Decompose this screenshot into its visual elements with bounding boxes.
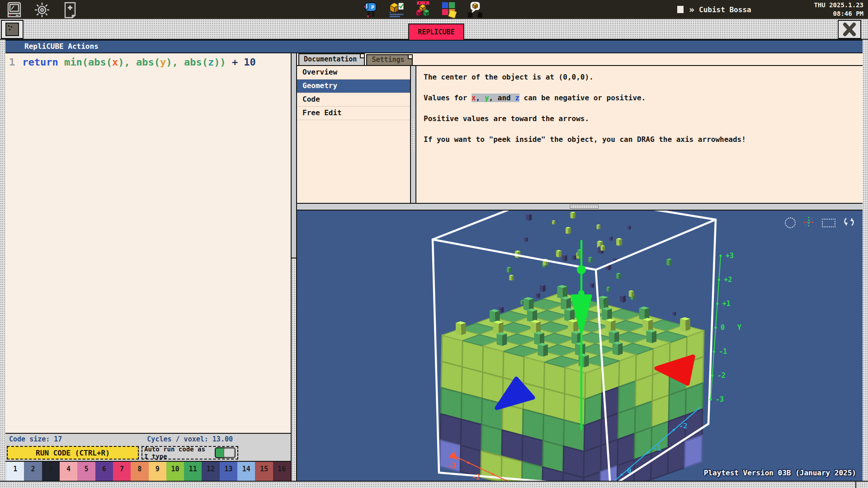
next-track-icon[interactable]: » [689, 4, 693, 15]
now-playing-label: Cubist Bossa [699, 5, 751, 14]
cubes-banner-icon[interactable] [414, 1, 431, 18]
window-tab[interactable]: REPLICUBE [408, 23, 464, 40]
viewport-3d[interactable]: +3+2+10Y-1-2-3-3-20-1-2 Playtest Version… [297, 211, 863, 481]
voxel-scene[interactable]: +3+2+10Y-1-2-3-3-20-1-2 [297, 211, 863, 481]
palette-swatch-3[interactable]: 3 [42, 462, 60, 481]
code-token: z [208, 56, 214, 68]
palette-swatch-6[interactable]: 6 [95, 462, 113, 481]
svg-text:P: P [371, 5, 374, 10]
stop-icon[interactable] [677, 6, 684, 13]
tab-documentation[interactable]: Documentation [298, 53, 365, 65]
svg-text:0: 0 [721, 324, 725, 332]
dotted-circle-icon[interactable] [785, 217, 796, 228]
window-bottom-border [0, 481, 868, 488]
palette-swatch-1[interactable]: 1 [6, 462, 24, 481]
doc-content: The center of the object is at (0,0,0).V… [416, 66, 863, 203]
tab-settings[interactable]: Settings [366, 54, 412, 65]
svg-text:+3: +3 [726, 252, 734, 260]
axes-icon[interactable] [803, 216, 815, 230]
palette-swatch-9[interactable]: 9 [149, 462, 166, 481]
code-token: + 10 [232, 56, 256, 68]
code-line: 1return min(abs(x), abs(y), abs(z)) + 10 [5, 53, 291, 68]
close-icon [842, 22, 857, 37]
run-row: RUN CODE (CTRL+R) Auto run code as I typ… [5, 445, 291, 461]
refresh-icon[interactable] [843, 216, 855, 230]
doc-nav-overview[interactable]: Overview [297, 66, 410, 80]
code-token: min(abs( [64, 56, 112, 68]
code-size-label: Code size: 17 [9, 435, 62, 443]
window-title: RepliCUBE Actions [24, 42, 99, 51]
window-right-border [863, 40, 868, 481]
svg-text:-2: -2 [717, 371, 726, 380]
cube-checklist-icon[interactable] [388, 1, 405, 18]
divider-grip[interactable] [411, 119, 415, 152]
code-token: y [160, 56, 166, 68]
svg-text:-2: -2 [679, 422, 687, 430]
autorun-label: Auto run code as I type [144, 446, 212, 460]
window-menu-button[interactable] [1, 20, 24, 39]
taskbar: P [0, 0, 868, 19]
monitor-icon[interactable] [5, 1, 23, 19]
palette-swatch-14[interactable]: 14 [237, 462, 255, 481]
doc-paragraph: If you want to "peek inside" the object,… [424, 135, 855, 144]
palette-swatch-15[interactable]: 15 [255, 462, 273, 481]
autorun-toggle[interactable] [215, 447, 236, 458]
new-file-icon[interactable] [61, 1, 79, 19]
horizontal-splitter[interactable] [297, 203, 863, 211]
palette-swatch-12[interactable]: 12 [202, 462, 219, 481]
svg-text:-2: -2 [472, 473, 480, 481]
palette-swatch-4[interactable]: 4 [60, 462, 77, 481]
svg-text:-3: -3 [716, 395, 724, 404]
cube-chat-icon[interactable] [467, 1, 484, 18]
code-token: return [22, 56, 64, 68]
mailbox-icon[interactable]: P [362, 1, 379, 18]
cycles-per-voxel-label: Cycles / voxel: 13.00 [147, 435, 233, 443]
palette-swatch-13[interactable]: 13 [220, 462, 237, 481]
autorun-group: Auto run code as I type [142, 446, 238, 460]
doc-nav-code[interactable]: Code [297, 93, 410, 107]
palette-swatch-10[interactable]: 10 [166, 462, 184, 481]
editor-scrollbar[interactable] [291, 53, 297, 481]
doc-paragraph: The center of the object is at (0,0,0). [424, 73, 855, 81]
code-token: x [112, 56, 118, 68]
doc-paragraph: Values for x, y, and z can be negative o… [424, 94, 855, 102]
window-close-button[interactable] [838, 20, 861, 39]
palette-swatch-5[interactable]: 5 [77, 462, 95, 481]
code-token: ), abs( [166, 56, 208, 68]
doc-paragraph: Positive values are toward the arrows. [424, 114, 855, 123]
palette-swatch-16[interactable]: 16 [273, 462, 291, 481]
window-left-border [0, 40, 5, 481]
dotted-rect-icon[interactable] [822, 219, 835, 227]
code-editor[interactable]: 1return min(abs(x), abs(y), abs(z)) + 10 [5, 53, 291, 433]
palette-swatch-7[interactable]: 7 [113, 462, 131, 481]
palette-swatch-11[interactable]: 11 [184, 462, 202, 481]
svg-text:-1: -1 [719, 347, 727, 356]
editor-statusbar: Code size: 17 Cycles / voxel: 13.00 [5, 433, 291, 445]
code-token: )) [214, 56, 232, 68]
window-titlebar[interactable]: RepliCUBE Actions [5, 40, 863, 53]
color-grid-icon[interactable] [440, 1, 458, 18]
line-number: 1 [9, 56, 15, 68]
version-label: Playtest Version 03B (January 2025) [704, 469, 856, 477]
palette-swatch-8[interactable]: 8 [131, 462, 148, 481]
doc-nav-geometry[interactable]: Geometry [297, 80, 410, 93]
window-resize-corner[interactable] [855, 481, 868, 488]
svg-text:+1: +1 [722, 300, 731, 308]
scrollbar-thumb[interactable] [292, 53, 296, 258]
svg-text:0: 0 [627, 467, 631, 475]
clock: THU 2025.1.2308:46 PM [814, 1, 863, 18]
svg-text:+2: +2 [724, 276, 732, 284]
toggle-knob [223, 448, 235, 458]
gear-icon[interactable] [33, 1, 51, 19]
doc-tabs: DocumentationSettings [297, 53, 863, 66]
splitter-grip[interactable] [570, 205, 599, 209]
svg-text:-1: -1 [653, 444, 661, 452]
window-menu-icon [5, 23, 19, 36]
doc-nav-free-edit[interactable]: Free Edit [297, 107, 410, 120]
doc-nav: OverviewGeometryCodeFree Edit [297, 66, 410, 203]
run-code-button[interactable]: RUN CODE (CTRL+R) [7, 446, 139, 460]
doc-nav-divider[interactable] [410, 66, 416, 203]
viewport-toolbar [785, 216, 855, 230]
code-token: ), abs( [118, 56, 160, 68]
palette-swatch-2[interactable]: 2 [24, 462, 42, 481]
